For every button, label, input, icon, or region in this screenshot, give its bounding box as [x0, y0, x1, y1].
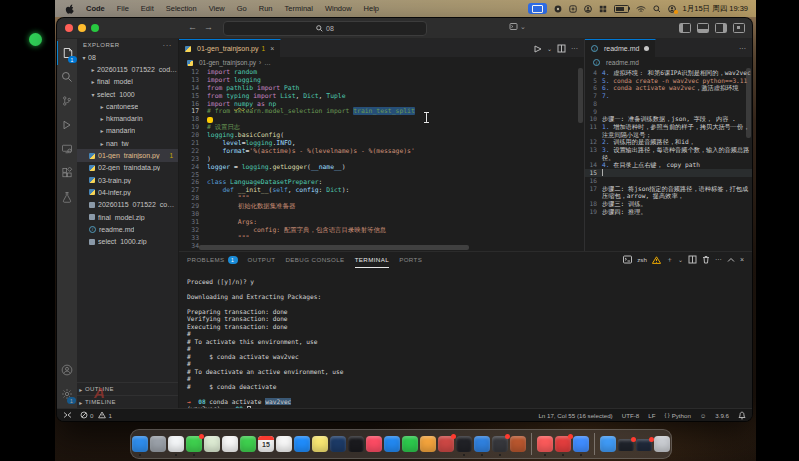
- dock-icon-cloud-drive[interactable]: [573, 436, 589, 452]
- dock-icon-apple-tv[interactable]: [348, 436, 364, 452]
- encoding-status[interactable]: UTF-8: [622, 412, 640, 419]
- menu-go[interactable]: Go: [231, 4, 253, 13]
- dock-icon-terminal[interactable]: [456, 436, 472, 452]
- code-line[interactable]: 55. conda create -n wav2vec python==3.11: [585, 77, 752, 85]
- breadcrumbs-right[interactable]: i readme.md: [585, 57, 752, 68]
- accounts-icon[interactable]: [57, 358, 77, 382]
- feedback-smiley-icon[interactable]: ☺: [700, 412, 706, 419]
- tree-item-final-model-zip[interactable]: final_model.zip: [77, 211, 178, 223]
- panel-tab-ports[interactable]: PORTS: [399, 252, 422, 267]
- toggle-panel-icon[interactable]: [697, 23, 709, 33]
- dock-icon-vscode[interactable]: [474, 436, 490, 452]
- panel-tab-output[interactable]: OUTPUT: [248, 252, 276, 267]
- tree-item-03-train-py[interactable]: 03-train.py: [77, 174, 178, 186]
- new-terminal-icon[interactable]: ＋: [666, 255, 673, 265]
- dock-icon-trash[interactable]: [654, 436, 670, 452]
- nav-back-icon[interactable]: ←: [188, 22, 197, 32]
- tab-01-gen-trainjson[interactable]: 01-gen_trainjson.py 1 ×: [179, 39, 281, 57]
- dock-icon-notes[interactable]: [312, 436, 328, 452]
- dock-icon-photos[interactable]: [222, 436, 238, 452]
- python-version-status[interactable]: 3.9.6: [715, 412, 729, 419]
- dock-icon-pdf-app[interactable]: [438, 436, 454, 452]
- shell-name[interactable]: zsh: [637, 256, 647, 263]
- terminal-profile-icon[interactable]: ⌄: [509, 22, 526, 31]
- dock-icon-capcut[interactable]: [510, 436, 526, 452]
- nav-forward-icon[interactable]: →: [204, 22, 213, 32]
- code-line[interactable]: 9: [585, 108, 752, 116]
- remote-indicator[interactable]: [63, 411, 72, 419]
- remote-explorer-activity-icon[interactable]: [57, 137, 77, 161]
- apple-logo-icon[interactable]: [65, 4, 74, 14]
- more-actions-icon[interactable]: ···: [739, 45, 746, 52]
- code-line[interactable]: 44. 虚拟环境： 和第6课IPA识别是相同的，wav2vec: [585, 69, 752, 77]
- code-line[interactable]: 15: [585, 169, 752, 177]
- notifications-bell-icon[interactable]: [738, 411, 746, 420]
- source-control-activity-icon[interactable]: [57, 89, 77, 113]
- panel-tab-problems[interactable]: PROBLEMS1: [187, 252, 238, 267]
- tree-item-08[interactable]: ▾08: [77, 51, 178, 63]
- timeline-section[interactable]: ▸TIMELINE: [77, 395, 178, 408]
- code-line[interactable]: 17步骤二: 将json指定的音频路径，语种标签，打包成压缩包，arrow, 提…: [585, 185, 752, 200]
- cursor-position-status[interactable]: Ln 17, Col 55 (16 selected): [538, 412, 612, 419]
- tree-item-02-gen-traindata-py[interactable]: 02-gen_traindata.py: [77, 162, 178, 174]
- tree-item-hkmandarin[interactable]: ▸hkmandarin: [77, 112, 178, 124]
- extensions-activity-icon[interactable]: [57, 161, 77, 185]
- tree-item-cantonese[interactable]: ▸cantonese: [77, 100, 178, 112]
- dock-icon-pages[interactable]: [420, 436, 436, 452]
- dock-icon-downloads-folder[interactable]: [600, 436, 616, 452]
- tree-item-01-gen-trainjson-py[interactable]: 01-gen_trainjson.py1: [77, 149, 178, 161]
- outline-section[interactable]: ▸OUTLINE: [77, 382, 178, 395]
- dock-icon-media-app[interactable]: [330, 436, 346, 452]
- dock-icon-safari[interactable]: [168, 436, 184, 452]
- more-actions-icon[interactable]: ···: [571, 45, 578, 52]
- tree-item-select-1000[interactable]: ▾select_1000: [77, 88, 178, 100]
- tree-item-final-model[interactable]: ▸final_model: [77, 76, 178, 88]
- dock-icon-numbers[interactable]: [402, 436, 418, 452]
- code-line[interactable]: 10步骤一: 准备训练数据，json, 字段， 内容 .: [585, 115, 752, 123]
- run-dropdown-icon[interactable]: ⌄: [547, 45, 552, 52]
- tree-item-20260115-071522-code-c-[interactable]: 20260115_071522_code_c...: [77, 199, 178, 211]
- dock-icon-reminders[interactable]: [276, 436, 292, 452]
- dock-icon-keynote[interactable]: [384, 436, 400, 452]
- spotlight-search-icon[interactable]: [653, 5, 661, 13]
- tree-item-mandarin[interactable]: ▸mandarin: [77, 125, 178, 137]
- explorer-activity-icon[interactable]: 1: [57, 41, 78, 65]
- maximize-panel-icon[interactable]: [727, 257, 735, 263]
- menu-help[interactable]: Help: [358, 4, 385, 13]
- dock-icon-maps[interactable]: [204, 436, 220, 452]
- testing-activity-icon[interactable]: [57, 185, 77, 209]
- split-editor-icon[interactable]: [557, 44, 566, 53]
- code-line[interactable]: 133. 设置输出路径，每语种音频个数，输入的音频总路径。: [585, 146, 752, 161]
- horizontal-scrollbar[interactable]: [199, 245, 574, 250]
- close-window-button[interactable]: [65, 24, 73, 32]
- menu-run[interactable]: Run: [253, 4, 279, 13]
- run-debug-activity-icon[interactable]: [57, 113, 77, 137]
- tree-item-04-infer-py[interactable]: 04-infer.py: [77, 186, 178, 198]
- menubar-extra-icon-4[interactable]: [599, 5, 607, 13]
- run-python-file-icon[interactable]: [533, 44, 542, 53]
- battery-icon[interactable]: [614, 5, 629, 13]
- vertical-scrollbar[interactable]: [578, 68, 583, 188]
- code-line[interactable]: 8: [585, 100, 752, 108]
- code-line[interactable]: 122. 训练用的是音频路径，和id，: [585, 138, 752, 146]
- dock-icon-music[interactable]: [366, 436, 382, 452]
- code-line[interactable]: 19步骤四: 推理。: [585, 208, 752, 216]
- tree-item-select-1000-zip[interactable]: select_1000.zip: [77, 235, 178, 247]
- menu-app-name[interactable]: Code: [80, 4, 111, 13]
- code-line[interactable]: 18步骤三: 训练。: [585, 200, 752, 208]
- code-line[interactable]: 29 初始化数据集准备器: [179, 203, 584, 211]
- code-line[interactable]: 24logger = logging.getLogger(__name__): [179, 164, 584, 172]
- dock-icon-calendar[interactable]: 15: [258, 436, 274, 452]
- explorer-more-actions-icon[interactable]: ···: [163, 41, 173, 50]
- problems-status[interactable]: 0 1: [80, 411, 112, 419]
- code-line[interactable]: 66. conda activate wav2vec，激活虚拟环境: [585, 84, 752, 92]
- tree-item-nan-tw[interactable]: ▸nan_tw: [77, 137, 178, 149]
- menu-view[interactable]: View: [203, 4, 231, 13]
- eol-status[interactable]: LF: [648, 412, 655, 419]
- settings-gear-icon[interactable]: 1: [57, 382, 77, 406]
- code-line[interactable]: 111. 增加语种时，参照当前的样子，拷贝大括号一份，注意间隔小逗号；: [585, 123, 752, 138]
- kill-terminal-trash-icon[interactable]: [702, 255, 710, 264]
- minimize-window-button[interactable]: [78, 24, 86, 32]
- dock-icon-facetime[interactable]: [240, 436, 256, 452]
- menu-edit[interactable]: Edit: [135, 4, 160, 13]
